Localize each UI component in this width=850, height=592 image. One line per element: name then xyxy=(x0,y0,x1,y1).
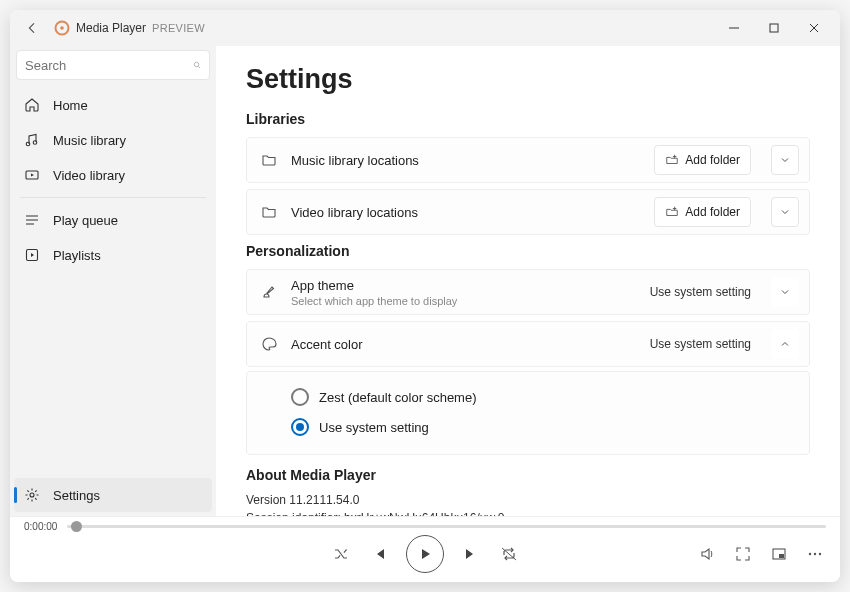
nav-label: Music library xyxy=(53,133,126,148)
seek-track[interactable] xyxy=(67,525,826,528)
nav-play-queue[interactable]: Play queue xyxy=(14,203,212,237)
accent-value: Use system setting xyxy=(650,337,751,351)
add-folder-button[interactable]: Add folder xyxy=(654,197,751,227)
about-section: Version 11.2111.54.0 Session identifier:… xyxy=(246,493,810,516)
queue-icon xyxy=(24,212,40,228)
nav-home[interactable]: Home xyxy=(14,88,212,122)
expand-button[interactable] xyxy=(771,277,799,307)
nav-video-library[interactable]: Video library xyxy=(14,158,212,192)
nav-music-library[interactable]: Music library xyxy=(14,123,212,157)
maximize-button[interactable] xyxy=(754,12,794,44)
libraries-heading: Libraries xyxy=(246,111,810,127)
minimize-icon xyxy=(729,23,739,33)
maximize-icon xyxy=(769,23,779,33)
nav-label: Play queue xyxy=(53,213,118,228)
close-icon xyxy=(809,23,819,33)
radio-checked-icon xyxy=(291,418,309,436)
repeat-button[interactable] xyxy=(498,543,520,565)
app-theme-row[interactable]: App theme Select which app theme to disp… xyxy=(246,269,810,315)
previous-button[interactable] xyxy=(368,543,390,565)
chevron-down-icon xyxy=(780,287,790,297)
svg-point-3 xyxy=(194,62,199,67)
volume-button[interactable] xyxy=(696,543,718,565)
skip-forward-icon xyxy=(463,546,479,562)
nav-label: Settings xyxy=(53,488,100,503)
theme-value: Use system setting xyxy=(650,285,751,299)
close-button[interactable] xyxy=(794,12,834,44)
expand-button[interactable] xyxy=(771,197,799,227)
chevron-up-icon xyxy=(780,339,790,349)
accent-color-options: Zest (default color scheme) Use system s… xyxy=(246,371,810,455)
sidebar: Home Music library Video library Play qu… xyxy=(10,46,216,516)
chevron-down-icon xyxy=(780,155,790,165)
collapse-button[interactable] xyxy=(771,329,799,359)
music-note-icon xyxy=(24,132,40,148)
nav-label: Home xyxy=(53,98,88,113)
add-folder-icon xyxy=(665,153,679,167)
page-title: Settings xyxy=(246,64,810,95)
svg-point-5 xyxy=(33,141,37,145)
svg-rect-2 xyxy=(770,24,778,32)
player-controls xyxy=(24,532,826,576)
nav-playlists[interactable]: Playlists xyxy=(14,238,212,272)
preview-badge: PREVIEW xyxy=(152,22,205,34)
row-label: Accent color xyxy=(291,337,636,352)
accent-color-row[interactable]: Accent color Use system setting xyxy=(246,321,810,367)
search-input[interactable] xyxy=(25,58,193,73)
row-label: App theme Select which app theme to disp… xyxy=(291,278,636,307)
personalization-heading: Personalization xyxy=(246,243,810,259)
home-icon xyxy=(24,97,40,113)
app-window: Media Player PREVIEW Home Music library xyxy=(10,10,840,582)
nav: Home Music library Video library Play qu… xyxy=(14,88,212,272)
add-folder-icon xyxy=(665,205,679,219)
play-button[interactable] xyxy=(406,535,444,573)
option-label: Use system setting xyxy=(319,420,429,435)
expand-button[interactable] xyxy=(771,145,799,175)
more-icon xyxy=(807,546,823,562)
arrow-left-icon xyxy=(25,21,39,35)
elapsed-time: 0:00:00 xyxy=(24,521,57,532)
option-label: Zest (default color scheme) xyxy=(319,390,477,405)
chevron-down-icon xyxy=(780,207,790,217)
nav-label: Video library xyxy=(53,168,125,183)
skip-back-icon xyxy=(371,546,387,562)
gear-icon xyxy=(24,487,40,503)
fullscreen-button[interactable] xyxy=(732,543,754,565)
player-controls-right xyxy=(696,543,826,565)
nav-spacer xyxy=(14,272,212,478)
nav-settings[interactable]: Settings xyxy=(14,478,212,512)
music-library-locations-row[interactable]: Music library locations Add folder xyxy=(246,137,810,183)
theme-label: App theme xyxy=(291,278,354,293)
accent-option-zest[interactable]: Zest (default color scheme) xyxy=(291,382,795,412)
video-library-locations-row[interactable]: Video library locations Add folder xyxy=(246,189,810,235)
brush-icon xyxy=(261,284,277,300)
repeat-icon xyxy=(501,546,517,562)
back-button[interactable] xyxy=(16,12,48,44)
shuffle-button[interactable] xyxy=(330,543,352,565)
window-controls xyxy=(714,12,834,44)
minimize-button[interactable] xyxy=(714,12,754,44)
nav-separator xyxy=(20,197,206,198)
playlist-icon xyxy=(24,247,40,263)
add-folder-label: Add folder xyxy=(685,205,740,219)
more-button[interactable] xyxy=(804,543,826,565)
row-label: Video library locations xyxy=(291,205,640,220)
palette-icon xyxy=(261,336,277,352)
search-box[interactable] xyxy=(16,50,210,80)
next-button[interactable] xyxy=(460,543,482,565)
svg-point-1 xyxy=(60,26,64,30)
accent-option-system[interactable]: Use system setting xyxy=(291,412,795,442)
folder-icon xyxy=(261,152,277,168)
miniplayer-icon xyxy=(771,546,787,562)
content-area[interactable]: Settings Libraries Music library locatio… xyxy=(216,46,840,516)
video-icon xyxy=(24,167,40,183)
theme-sub: Select which app theme to display xyxy=(291,295,636,307)
miniplayer-button[interactable] xyxy=(768,543,790,565)
seek-thumb[interactable] xyxy=(71,521,82,532)
add-folder-button[interactable]: Add folder xyxy=(654,145,751,175)
version-text: Version 11.2111.54.0 xyxy=(246,493,810,507)
play-icon xyxy=(418,547,432,561)
shuffle-icon xyxy=(333,546,349,562)
folder-icon xyxy=(261,204,277,220)
add-folder-label: Add folder xyxy=(685,153,740,167)
